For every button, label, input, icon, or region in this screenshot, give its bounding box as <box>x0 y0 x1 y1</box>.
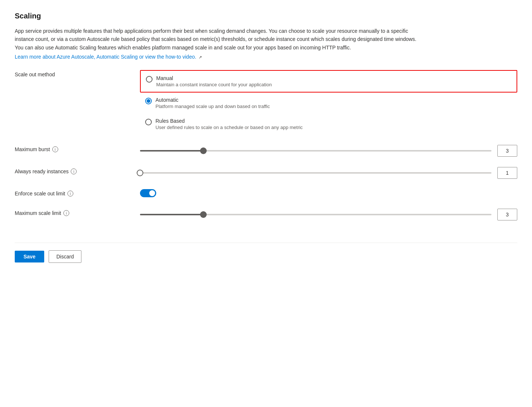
always-ready-instances-label: Always ready instances i <box>15 167 140 174</box>
discard-button[interactable]: Discard <box>49 250 81 263</box>
always-ready-info-icon[interactable]: i <box>71 168 77 174</box>
always-ready-slider[interactable] <box>140 169 491 177</box>
scale-out-method-options: Manual Maintain a constant instance coun… <box>140 70 517 135</box>
enforce-scale-out-info-icon[interactable]: i <box>67 191 73 196</box>
maximum-burst-slider[interactable] <box>140 147 491 154</box>
radio-option-manual[interactable]: Manual Maintain a constant instance coun… <box>140 70 517 93</box>
radio-rules-based[interactable] <box>145 119 152 125</box>
maximum-scale-limit-track-fill <box>140 214 203 215</box>
radio-automatic[interactable] <box>145 98 152 104</box>
maximum-scale-limit-label: Maximum scale limit i <box>15 209 140 216</box>
external-link-icon: ↗ <box>199 55 202 60</box>
maximum-burst-control: 3 <box>140 145 517 157</box>
radio-option-rules-based[interactable]: Rules Based User defined rules to scale … <box>140 114 517 135</box>
radio-rules-based-desc: User defined rules to scale on a schedul… <box>155 125 303 130</box>
radio-manual[interactable] <box>146 76 153 83</box>
maximum-burst-thumb[interactable] <box>200 147 207 154</box>
enforce-scale-out-row: Enforce scale out limit i <box>15 189 517 198</box>
scale-out-method-row: Scale out method Manual Maintain a const… <box>15 70 517 135</box>
maximum-scale-limit-thumb[interactable] <box>200 211 207 218</box>
always-ready-control: 1 <box>140 167 517 179</box>
maximum-burst-track-fill <box>140 150 203 152</box>
enforce-scale-out-control <box>140 189 517 198</box>
enforce-scale-out-toggle[interactable] <box>140 189 156 197</box>
save-button[interactable]: Save <box>15 251 44 262</box>
maximum-burst-label: Maximum burst i <box>15 145 140 152</box>
enforce-scale-out-label: Enforce scale out limit i <box>15 189 140 196</box>
maximum-burst-info-icon[interactable]: i <box>52 146 58 152</box>
always-ready-value[interactable]: 1 <box>497 167 517 179</box>
radio-automatic-title: Automatic <box>155 97 270 103</box>
maximum-scale-limit-value[interactable]: 3 <box>497 209 517 220</box>
learn-more-link[interactable]: Learn more about Azure Autoscale, Automa… <box>15 54 196 60</box>
radio-automatic-desc: Platform managed scale up and down based… <box>155 104 270 109</box>
radio-rules-based-title: Rules Based <box>155 118 303 124</box>
maximum-scale-limit-slider[interactable] <box>140 211 491 218</box>
always-ready-thumb[interactable] <box>137 170 143 176</box>
radio-option-automatic[interactable]: Automatic Platform managed scale up and … <box>140 93 517 114</box>
scale-out-method-label: Scale out method <box>15 70 140 77</box>
maximum-scale-limit-row: Maximum scale limit i 3 <box>15 209 517 220</box>
page-title: Scaling <box>15 12 517 20</box>
maximum-scale-limit-info-icon[interactable]: i <box>63 210 69 216</box>
page-description: App service provides multiple features t… <box>15 27 420 52</box>
maximum-scale-limit-control: 3 <box>140 209 517 220</box>
maximum-burst-value[interactable]: 3 <box>497 145 517 157</box>
radio-manual-desc: Maintain a constant instance count for y… <box>156 82 272 87</box>
always-ready-instances-row: Always ready instances i 1 <box>15 167 517 179</box>
radio-manual-title: Manual <box>156 75 272 81</box>
bottom-bar: Save Discard <box>15 243 517 263</box>
maximum-burst-row: Maximum burst i 3 <box>15 145 517 157</box>
